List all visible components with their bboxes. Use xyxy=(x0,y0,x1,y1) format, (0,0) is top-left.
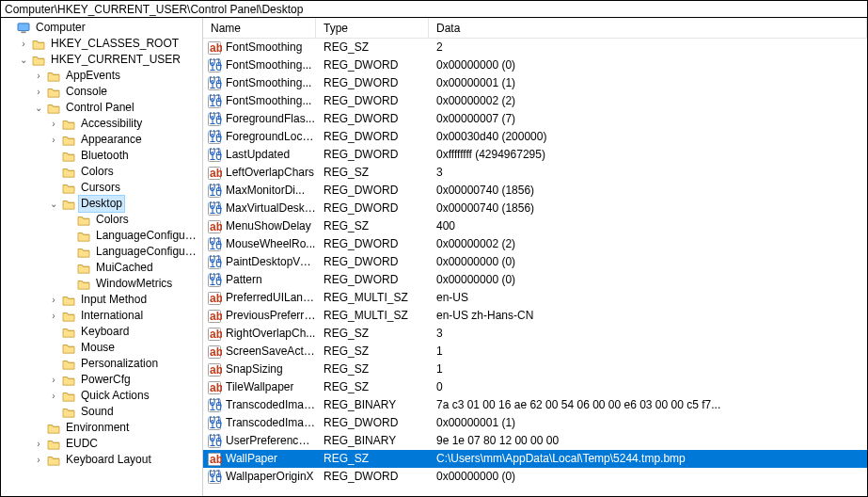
tree-item[interactable]: ›International xyxy=(1,308,202,324)
chevron-down-icon[interactable]: ⌄ xyxy=(16,52,31,68)
column-type-header[interactable]: Type xyxy=(316,18,429,38)
value-row[interactable]: 01101001PatternREG_DWORD0x00000000 (0) xyxy=(203,271,867,289)
column-name-header[interactable]: Name xyxy=(203,18,316,38)
value-name-cell: 01101001MaxVirtualDeskt... xyxy=(203,200,316,217)
chevron-right-icon[interactable]: › xyxy=(46,308,61,324)
value-row[interactable]: 01101001MaxVirtualDeskt...REG_DWORD0x000… xyxy=(203,200,867,217)
value-row[interactable]: abPreferredUILang...REG_MULTI_SZen-US xyxy=(203,289,867,307)
chevron-down-icon[interactable]: ⌄ xyxy=(31,100,46,116)
svg-rect-1 xyxy=(21,31,25,33)
value-row[interactable]: 01101001PaintDesktopVer...REG_DWORD0x000… xyxy=(203,253,867,271)
value-name-cell: abMenuShowDelay xyxy=(203,217,316,235)
value-row[interactable]: abScreenSaveActiveREG_SZ1 xyxy=(203,343,867,361)
folder-icon xyxy=(61,341,76,356)
tree-item[interactable]: Environment xyxy=(1,420,202,436)
tree-item-label: MuiCached xyxy=(94,260,155,276)
chevron-right-icon[interactable]: › xyxy=(46,116,61,132)
tree-item[interactable]: Sound xyxy=(1,404,202,420)
tree-item[interactable]: LanguageConfigu… xyxy=(1,228,202,244)
svg-text:ab: ab xyxy=(210,167,222,180)
address-bar[interactable]: Computer\HKEY_CURRENT_USER\Control Panel… xyxy=(1,1,867,18)
value-row[interactable]: abPreviousPreferre...REG_MULTI_SZen-US z… xyxy=(203,307,867,325)
chevron-right-icon[interactable]: › xyxy=(46,388,61,404)
binary-value-icon: 01101001 xyxy=(207,148,222,163)
chevron-down-icon[interactable]: ⌄ xyxy=(46,196,61,212)
tree-item[interactable]: Personalization xyxy=(1,356,202,372)
tree-item[interactable]: ⌄Desktop xyxy=(1,196,202,212)
tree-item[interactable]: ›Accessibility xyxy=(1,116,202,132)
tree-item[interactable]: Bluetooth xyxy=(1,148,202,164)
tree-item[interactable]: Computer xyxy=(1,20,202,36)
chevron-right-icon[interactable]: › xyxy=(31,436,46,452)
tree-item[interactable]: ⌄Control Panel xyxy=(1,100,202,116)
binary-value-icon: 01101001 xyxy=(207,434,222,449)
value-row[interactable]: 01101001FontSmoothing...REG_DWORD0x00000… xyxy=(203,74,867,92)
tree-item[interactable]: ›Input Method xyxy=(1,292,202,308)
value-row[interactable]: 01101001WallpaperOriginXREG_DWORD0x00000… xyxy=(203,468,867,486)
tree-item[interactable]: Colors xyxy=(1,212,202,228)
value-row[interactable]: 01101001FontSmoothing...REG_DWORD0x00000… xyxy=(203,56,867,74)
value-row[interactable]: 01101001UserPreferences...REG_BINARY9e 1… xyxy=(203,432,867,450)
value-row[interactable]: abFontSmoothingREG_SZ2 xyxy=(203,39,867,56)
value-name-cell: abScreenSaveActive xyxy=(203,343,316,361)
tree-item[interactable]: ›PowerCfg xyxy=(1,372,202,388)
chevron-right-icon[interactable]: › xyxy=(46,132,61,148)
value-data: 2 xyxy=(429,39,867,56)
value-row[interactable]: 01101001ForegroundLock...REG_DWORD0x0003… xyxy=(203,128,867,146)
tree-item-label: AppEvents xyxy=(64,68,122,84)
chevron-right-icon[interactable]: › xyxy=(31,452,46,468)
tree-item[interactable]: ›Console xyxy=(1,84,202,100)
tree-item[interactable]: Colors xyxy=(1,164,202,180)
list-pane[interactable]: Name Type Data abFontSmoothingREG_SZ2011… xyxy=(203,18,867,496)
tree-item[interactable]: ›HKEY_CLASSES_ROOT xyxy=(1,36,202,52)
tree-item[interactable]: ›Keyboard Layout xyxy=(1,452,202,468)
tree-item[interactable]: ›Appearance xyxy=(1,132,202,148)
tree-item[interactable]: Keyboard xyxy=(1,324,202,340)
tree-item-label: HKEY_CURRENT_USER xyxy=(49,52,182,68)
value-row[interactable]: 01101001MouseWheelRo...REG_DWORD0x000000… xyxy=(203,235,867,253)
tree-item[interactable]: ⌄HKEY_CURRENT_USER xyxy=(1,52,202,68)
string-value-icon: ab xyxy=(207,291,222,306)
folder-icon xyxy=(46,85,61,100)
chevron-right-icon[interactable]: › xyxy=(46,372,61,388)
tree-item[interactable]: ›Quick Actions xyxy=(1,388,202,404)
tree-pane[interactable]: Computer›HKEY_CLASSES_ROOT⌄HKEY_CURRENT_… xyxy=(1,18,203,496)
tree-item-label: Environment xyxy=(64,420,131,436)
tree-item[interactable]: LanguageConfigu… xyxy=(1,244,202,260)
value-type: REG_SZ xyxy=(316,217,429,235)
value-row[interactable]: abTileWallpaperREG_SZ0 xyxy=(203,378,867,396)
value-row[interactable]: 01101001FontSmoothing...REG_DWORD0x00000… xyxy=(203,92,867,110)
chevron-right-icon[interactable]: › xyxy=(31,68,46,84)
value-row[interactable]: abLeftOverlapCharsREG_SZ3 xyxy=(203,164,867,182)
tree-item[interactable]: WindowMetrics xyxy=(1,276,202,292)
value-row[interactable]: 01101001MaxMonitorDi...REG_DWORD0x000007… xyxy=(203,182,867,200)
tree-item[interactable]: Cursors xyxy=(1,180,202,196)
value-name: UserPreferences... xyxy=(226,432,316,450)
computer-icon xyxy=(16,21,31,36)
svg-text:1001: 1001 xyxy=(210,78,223,91)
value-row[interactable]: 01101001ForegroundFlas...REG_DWORD0x0000… xyxy=(203,110,867,128)
value-row[interactable]: abSnapSizingREG_SZ1 xyxy=(203,361,867,378)
binary-value-icon: 01101001 xyxy=(207,237,222,252)
value-row[interactable]: abWallPaperREG_SZC:\Users\mm\AppData\Loc… xyxy=(203,450,867,468)
registry-editor-window: Computer\HKEY_CURRENT_USER\Control Panel… xyxy=(0,0,868,497)
value-row[interactable]: 01101001TranscodedImag...REG_BINARY7a c3… xyxy=(203,396,867,414)
tree-item[interactable]: ›EUDC xyxy=(1,436,202,452)
svg-rect-0 xyxy=(18,23,29,30)
tree-item-label: Keyboard Layout xyxy=(64,452,153,468)
column-data-header[interactable]: Data xyxy=(429,18,867,38)
chevron-right-icon[interactable]: › xyxy=(31,84,46,100)
tree-item[interactable]: MuiCached xyxy=(1,260,202,276)
folder-icon xyxy=(76,261,91,276)
folder-icon xyxy=(61,117,76,132)
folder-icon xyxy=(61,309,76,324)
value-row[interactable]: abMenuShowDelayREG_SZ400 xyxy=(203,217,867,235)
tree-item[interactable]: Mouse xyxy=(1,340,202,356)
value-row[interactable]: 01101001TranscodedImag...REG_DWORD0x0000… xyxy=(203,414,867,432)
value-row[interactable]: abRightOverlapCh...REG_SZ3 xyxy=(203,325,867,343)
value-type: REG_MULTI_SZ xyxy=(316,289,429,307)
chevron-right-icon[interactable]: › xyxy=(46,292,61,308)
chevron-right-icon[interactable]: › xyxy=(16,36,31,52)
value-row[interactable]: 01101001LastUpdatedREG_DWORD0xffffffff (… xyxy=(203,146,867,164)
tree-item[interactable]: ›AppEvents xyxy=(1,68,202,84)
